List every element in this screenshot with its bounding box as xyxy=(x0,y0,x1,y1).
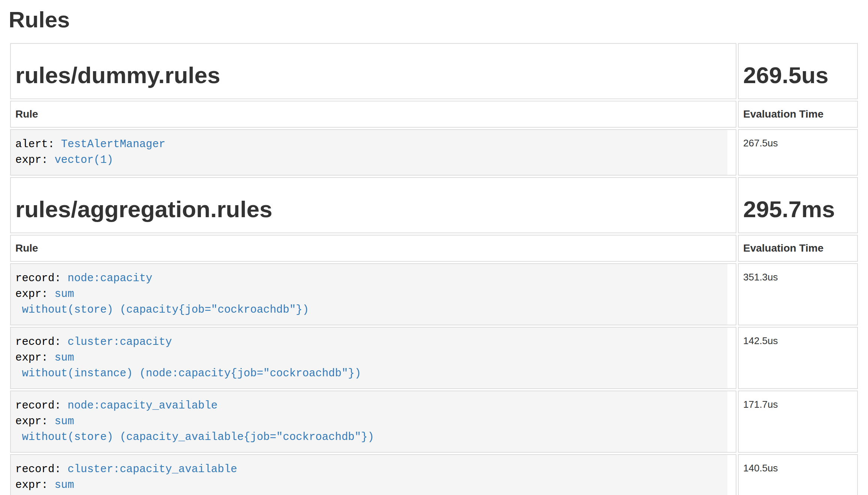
rule-cell: record: cluster:capacity_available expr:… xyxy=(10,454,736,495)
eval-time-column-header: Evaluation Time xyxy=(738,235,858,262)
code-keyword: record: xyxy=(15,336,67,348)
rule-eval-time: 142.5us xyxy=(738,327,858,389)
rule-cell: record: node:capacity expr: sum without(… xyxy=(10,263,736,325)
code-keyword: expr: xyxy=(15,479,54,491)
eval-time-column-header: Evaluation Time xyxy=(738,101,858,128)
rule-expression-link[interactable]: vector(1) xyxy=(54,154,113,166)
rule-expression-link[interactable]: sum without(store) (capacity_available{j… xyxy=(15,415,374,443)
rule-expression-link[interactable]: node:capacity xyxy=(67,272,152,285)
rules-page: Rules rules/dummy.rules269.5usRuleEvalua… xyxy=(9,7,859,495)
rule-eval-time: 140.5us xyxy=(738,454,858,495)
rules-table: rules/dummy.rules269.5usRuleEvaluation T… xyxy=(9,42,859,495)
rule-eval-time: 351.3us xyxy=(738,263,858,325)
rule-row: alert: TestAlertManager expr: vector(1)2… xyxy=(10,129,858,176)
rule-group-file: rules/aggregation.rules xyxy=(15,197,730,222)
rule-cell: alert: TestAlertManager expr: vector(1) xyxy=(10,129,736,176)
rule-group-file-cell: rules/aggregation.rules xyxy=(10,177,736,233)
rule-expression-link[interactable]: sum without(store) (capacity{job="cockro… xyxy=(15,288,309,316)
rule-expression-link[interactable]: cluster:capacity xyxy=(67,336,172,348)
page-title: Rules xyxy=(9,7,859,33)
rule-code-block: record: node:capacity_available expr: su… xyxy=(11,391,727,452)
rule-expression-link[interactable]: sum without(instance) (node:capacity_ava… xyxy=(15,479,426,495)
rule-group-eval-time-cell: 295.7ms xyxy=(738,177,858,233)
rule-row: record: cluster:capacity expr: sum witho… xyxy=(10,327,858,389)
rule-group-eval-time: 295.7ms xyxy=(743,197,851,222)
rule-group-eval-time-cell: 269.5us xyxy=(738,43,858,99)
rule-cell: record: cluster:capacity expr: sum witho… xyxy=(10,327,736,389)
rule-group-file: rules/dummy.rules xyxy=(15,63,730,88)
code-keyword: expr: xyxy=(15,415,54,428)
rule-code-block: record: cluster:capacity expr: sum witho… xyxy=(11,328,727,388)
code-keyword: record: xyxy=(15,272,67,285)
rule-code-block: record: cluster:capacity_available expr:… xyxy=(11,455,727,495)
rule-group-header-row: rules/dummy.rules269.5us xyxy=(10,43,858,99)
rule-code-block: record: node:capacity expr: sum without(… xyxy=(11,264,727,325)
code-keyword: expr: xyxy=(15,352,54,364)
rule-row: record: node:capacity_available expr: su… xyxy=(10,391,858,453)
rule-column-header: Rule xyxy=(10,101,736,128)
rules-table-body: rules/dummy.rules269.5usRuleEvaluation T… xyxy=(10,43,858,495)
code-keyword: alert: xyxy=(15,138,61,151)
rule-row: record: cluster:capacity_available expr:… xyxy=(10,454,858,495)
code-keyword: record: xyxy=(15,400,67,412)
rule-eval-time: 171.7us xyxy=(738,391,858,453)
column-header-row: RuleEvaluation Time xyxy=(10,235,858,262)
rule-code-block: alert: TestAlertManager expr: vector(1) xyxy=(11,130,727,175)
rule-group-eval-time: 269.5us xyxy=(743,63,851,88)
rule-group-file-cell: rules/dummy.rules xyxy=(10,43,736,99)
code-keyword: record: xyxy=(15,463,67,476)
rule-group-header-row: rules/aggregation.rules295.7ms xyxy=(10,177,858,233)
rule-expression-link[interactable]: TestAlertManager xyxy=(61,138,165,151)
rule-expression-link[interactable]: node:capacity_available xyxy=(67,400,217,412)
rule-cell: record: node:capacity_available expr: su… xyxy=(10,391,736,453)
code-keyword: expr: xyxy=(15,288,54,300)
column-header-row: RuleEvaluation Time xyxy=(10,101,858,128)
code-keyword: expr: xyxy=(15,154,54,166)
rule-column-header: Rule xyxy=(10,235,736,262)
rule-expression-link[interactable]: cluster:capacity_available xyxy=(67,463,237,476)
rule-row: record: node:capacity expr: sum without(… xyxy=(10,263,858,325)
rule-eval-time: 267.5us xyxy=(738,129,858,176)
rule-expression-link[interactable]: sum without(instance) (node:capacity{job… xyxy=(15,352,361,380)
